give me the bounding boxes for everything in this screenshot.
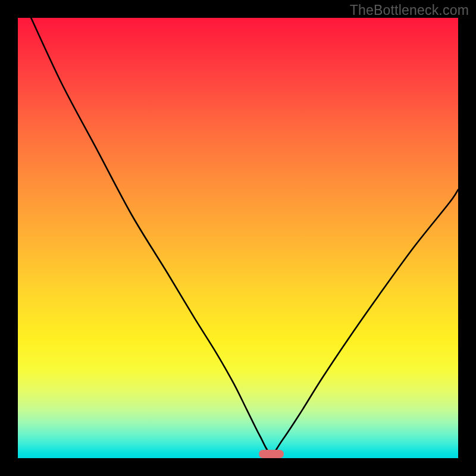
optimal-marker — [259, 450, 284, 458]
chart-container: TheBottleneck.com — [0, 0, 476, 476]
curve-svg — [18, 18, 458, 458]
plot-area — [18, 18, 458, 458]
watermark-text: TheBottleneck.com — [350, 2, 469, 18]
bottleneck-curve — [31, 18, 458, 454]
